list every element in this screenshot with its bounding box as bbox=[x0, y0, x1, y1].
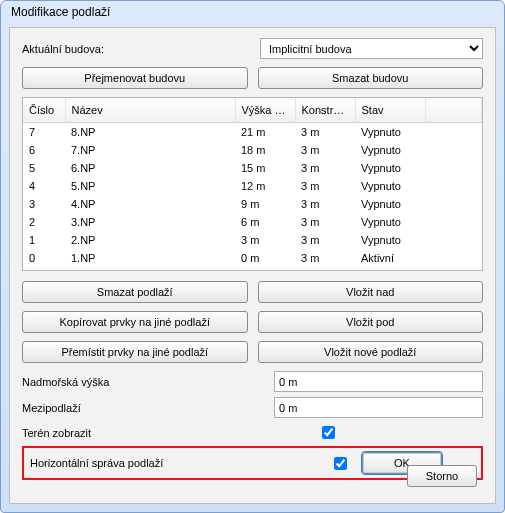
cell-konstru: 3 m bbox=[295, 159, 355, 177]
storno-button[interactable]: Storno bbox=[407, 465, 477, 487]
cell-name: 6.NP bbox=[65, 159, 235, 177]
terrain-show-checkbox[interactable] bbox=[322, 426, 335, 439]
cell-konstru: 3 m bbox=[295, 141, 355, 159]
copy-elements-button[interactable]: Kopírovat prvky na jiné podlaží bbox=[22, 311, 248, 333]
table-row[interactable]: 78.NP21 m3 mVypnuto bbox=[23, 123, 482, 142]
cell-height: 3 m bbox=[235, 231, 295, 249]
current-building-label: Aktuální budova: bbox=[22, 43, 252, 55]
insert-below-button[interactable]: Vložit pod bbox=[258, 311, 484, 333]
floors-table[interactable]: Číslo Název Výška o... Konstru... Stav 7… bbox=[22, 97, 483, 271]
cell-state: Vypnuto bbox=[355, 213, 425, 231]
table-row[interactable]: 23.NP6 m3 mVypnuto bbox=[23, 213, 482, 231]
table-row[interactable]: 12.NP3 m3 mVypnuto bbox=[23, 231, 482, 249]
cell-name: 3.NP bbox=[65, 213, 235, 231]
cell-height: 18 m bbox=[235, 141, 295, 159]
cell-state: Aktivní bbox=[355, 249, 425, 267]
cell-name: 8.NP bbox=[65, 123, 235, 142]
cell-name: 7.NP bbox=[65, 141, 235, 159]
table-row[interactable]: 45.NP12 m3 mVypnuto bbox=[23, 177, 482, 195]
cell-state: Vypnuto bbox=[355, 141, 425, 159]
elevation-label: Nadmořská výška bbox=[22, 376, 274, 388]
elevation-input[interactable] bbox=[274, 371, 483, 392]
cell-state: Vypnuto bbox=[355, 159, 425, 177]
cell-konstru: 3 m bbox=[295, 123, 355, 142]
cell-konstru: 3 m bbox=[295, 195, 355, 213]
cell-height: 21 m bbox=[235, 123, 295, 142]
cell-state: Vypnuto bbox=[355, 231, 425, 249]
table-row[interactable]: 01.NP0 m3 mAktivní bbox=[23, 249, 482, 267]
col-height[interactable]: Výška o... bbox=[235, 98, 295, 123]
delete-floor-button[interactable]: Smazat podlaží bbox=[22, 281, 248, 303]
col-extra[interactable] bbox=[425, 98, 482, 123]
col-number[interactable]: Číslo bbox=[23, 98, 65, 123]
table-row[interactable]: 34.NP9 m3 mVypnuto bbox=[23, 195, 482, 213]
current-building-select[interactable]: Implicitní budova bbox=[260, 38, 483, 59]
cell-height: 9 m bbox=[235, 195, 295, 213]
cell-num: 4 bbox=[23, 177, 65, 195]
cell-num: 0 bbox=[23, 249, 65, 267]
col-name[interactable]: Název bbox=[65, 98, 235, 123]
cell-konstru: 3 m bbox=[295, 249, 355, 267]
horizontal-manage-label: Horizontální správa podlaží bbox=[30, 457, 318, 469]
cell-num: 3 bbox=[23, 195, 65, 213]
cell-state: Vypnuto bbox=[355, 177, 425, 195]
window-title: Modifikace podlaží bbox=[1, 1, 504, 27]
col-state[interactable]: Stav bbox=[355, 98, 425, 123]
cell-konstru: 3 m bbox=[295, 177, 355, 195]
cell-state: Vypnuto bbox=[355, 195, 425, 213]
cell-height: 12 m bbox=[235, 177, 295, 195]
cell-konstru: 3 m bbox=[295, 213, 355, 231]
cell-num: 2 bbox=[23, 213, 65, 231]
move-elements-button[interactable]: Přemístit prvky na jiné podlaží bbox=[22, 341, 248, 363]
cell-name: 2.NP bbox=[65, 231, 235, 249]
insert-new-floor-button[interactable]: Vložit nové podlaží bbox=[258, 341, 484, 363]
cell-num: 6 bbox=[23, 141, 65, 159]
table-row[interactable]: 56.NP15 m3 mVypnuto bbox=[23, 159, 482, 177]
cell-height: 15 m bbox=[235, 159, 295, 177]
cell-height: 0 m bbox=[235, 249, 295, 267]
cell-name: 5.NP bbox=[65, 177, 235, 195]
cell-state: Vypnuto bbox=[355, 123, 425, 142]
insert-above-button[interactable]: Vložit nad bbox=[258, 281, 484, 303]
delete-building-button[interactable]: Smazat budovu bbox=[258, 67, 484, 89]
table-row[interactable]: 67.NP18 m3 mVypnuto bbox=[23, 141, 482, 159]
col-konstru[interactable]: Konstru... bbox=[295, 98, 355, 123]
rename-building-button[interactable]: Přejmenovat budovu bbox=[22, 67, 248, 89]
interfloor-input[interactable] bbox=[274, 397, 483, 418]
horizontal-manage-checkbox[interactable] bbox=[334, 457, 347, 470]
interfloor-label: Mezipodlaží bbox=[22, 402, 274, 414]
cell-konstru: 3 m bbox=[295, 231, 355, 249]
terrain-show-label: Terén zobrazit bbox=[22, 427, 322, 439]
cell-num: 7 bbox=[23, 123, 65, 142]
cell-num: 5 bbox=[23, 159, 65, 177]
cell-name: 4.NP bbox=[65, 195, 235, 213]
cell-height: 6 m bbox=[235, 213, 295, 231]
cell-name: 1.NP bbox=[65, 249, 235, 267]
cell-num: 1 bbox=[23, 231, 65, 249]
